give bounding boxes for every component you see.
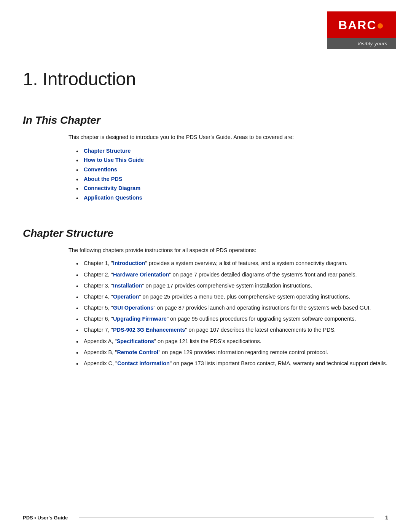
list-item: Appendix C, "Contact Information" on pag… [76, 359, 388, 368]
chapter-1-link[interactable]: Introduction [113, 260, 145, 266]
in-this-chapter-intro: This chapter is designed to introduce yo… [68, 133, 388, 142]
in-this-chapter-links-list: Chapter Structure How to Use This Guide … [76, 146, 388, 203]
in-this-chapter-heading: In This Chapter [23, 114, 388, 126]
list-item: Conventions [76, 165, 388, 174]
list-item: Chapter 5, "GUI Operations" on page 87 p… [76, 304, 388, 312]
list-item: Chapter 6, "Upgrading Firmware" on page … [76, 315, 388, 323]
logo-dot: ● [377, 18, 385, 32]
chapter-5-text-before: Chapter 5, " [84, 305, 113, 311]
list-item: Chapter 2, "Hardware Orientation" on pag… [76, 270, 388, 279]
logo-box: BARC● [327, 11, 396, 38]
chapter-2-link[interactable]: Hardware Orientation [113, 272, 169, 278]
chapter-4-link[interactable]: Operation [113, 294, 139, 300]
list-item: About the PDS [76, 174, 388, 184]
chapter-6-text-after: " on page 95 outlines procedures for upg… [167, 316, 356, 322]
list-item: Chapter 4, "Operation" on page 25 provid… [76, 292, 388, 301]
chapter-structure-link[interactable]: Chapter Structure [84, 148, 131, 154]
appendix-a-link[interactable]: Specifications [117, 338, 154, 344]
list-item: Chapter Structure [76, 146, 388, 156]
in-this-chapter-section: In This Chapter This chapter is designed… [23, 114, 388, 203]
list-item: Connectivity Diagram [76, 184, 388, 193]
logo-brand-text: BARC● [338, 18, 385, 32]
footer-page-number: 1 [385, 514, 388, 521]
main-content: 1. Introduction In This Chapter This cha… [0, 0, 411, 414]
chapter-6-text-before: Chapter 6, " [84, 316, 113, 322]
chapter-3-text-after: " on page 17 provides comprehensive syst… [142, 283, 312, 289]
appendix-b-link[interactable]: Remote Control [117, 349, 158, 355]
chapter-2-text-after: " on page 7 provides detailed diagrams o… [169, 272, 357, 278]
chapter-7-text-after: " on page 107 describes the latest enhan… [185, 327, 336, 333]
chapter-structure-section: Chapter Structure The following chapters… [23, 227, 388, 368]
appendix-b-text-after: " on page 129 provides information regar… [158, 349, 328, 355]
about-pds-link[interactable]: About the PDS [84, 176, 123, 182]
footer-label: PDS • User's Guide [23, 515, 68, 521]
appendix-a-text-after: " on page 121 lists the PDS's specificat… [154, 338, 261, 344]
chapter-6-link[interactable]: Upgrading Firmware [113, 316, 167, 322]
chapter-4-text-before: Chapter 4, " [84, 294, 113, 300]
chapter-3-link[interactable]: Installation [113, 283, 142, 289]
page-title: 1. Introduction [23, 69, 388, 89]
chapter-3-text-before: Chapter 3, " [84, 283, 113, 289]
page: BARC● Visibly yours 1. Introduction In T… [0, 0, 411, 532]
how-to-use-link[interactable]: How to Use This Guide [84, 157, 144, 163]
chapter-7-text-before: Chapter 7, " [84, 327, 113, 333]
logo-tagline-box: Visibly yours [327, 38, 396, 49]
chapter-5-text-after: " on page 87 provides launch and operati… [153, 305, 371, 311]
footer-divider [79, 518, 374, 518]
appendix-a-text-before: Appendix A, " [84, 338, 117, 344]
conventions-link[interactable]: Conventions [84, 166, 117, 173]
list-item: Appendix B, "Remote Control" on page 129… [76, 348, 388, 357]
appendix-c-link[interactable]: Contact Information [117, 360, 170, 366]
appendix-c-text-before: Appendix C, " [84, 360, 117, 366]
chapter-2-text-before: Chapter 2, " [84, 272, 113, 278]
list-item: Application Questions [76, 193, 388, 203]
application-questions-link[interactable]: Application Questions [84, 195, 142, 201]
appendix-c-text-after: " on page 173 lists important Barco cont… [170, 360, 387, 366]
section-divider-1 [23, 105, 388, 105]
logo-area: BARC● Visibly yours [327, 11, 396, 49]
chapter-1-text-after: " provides a system overview, a list of … [145, 260, 347, 266]
logo-tagline: Visibly yours [357, 41, 387, 46]
list-item: Chapter 3, "Installation" on page 17 pro… [76, 281, 388, 290]
chapter-1-text-before: Chapter 1, " [84, 260, 113, 266]
list-item: How to Use This Guide [76, 155, 388, 165]
appendix-b-text-before: Appendix B, " [84, 349, 117, 355]
list-item: Chapter 7, "PDS-902 3G Enhancements" on … [76, 326, 388, 334]
connectivity-diagram-link[interactable]: Connectivity Diagram [84, 185, 140, 191]
chapter-structure-intro: The following chapters provide instructi… [68, 246, 388, 255]
list-item: Chapter 1, "Introduction" provides a sys… [76, 259, 388, 268]
chapter-7-link[interactable]: PDS-902 3G Enhancements [113, 327, 185, 333]
chapter-4-text-after: " on page 25 provides a menu tree, plus … [139, 294, 350, 300]
chapter-bullets-list: Chapter 1, "Introduction" provides a sys… [76, 259, 388, 368]
section-divider-2 [23, 218, 388, 218]
chapter-5-link[interactable]: GUI Operations [113, 305, 153, 311]
chapter-structure-heading: Chapter Structure [23, 227, 388, 240]
footer: PDS • User's Guide 1 [23, 514, 388, 521]
list-item: Appendix A, "Specifications" on page 121… [76, 337, 388, 346]
